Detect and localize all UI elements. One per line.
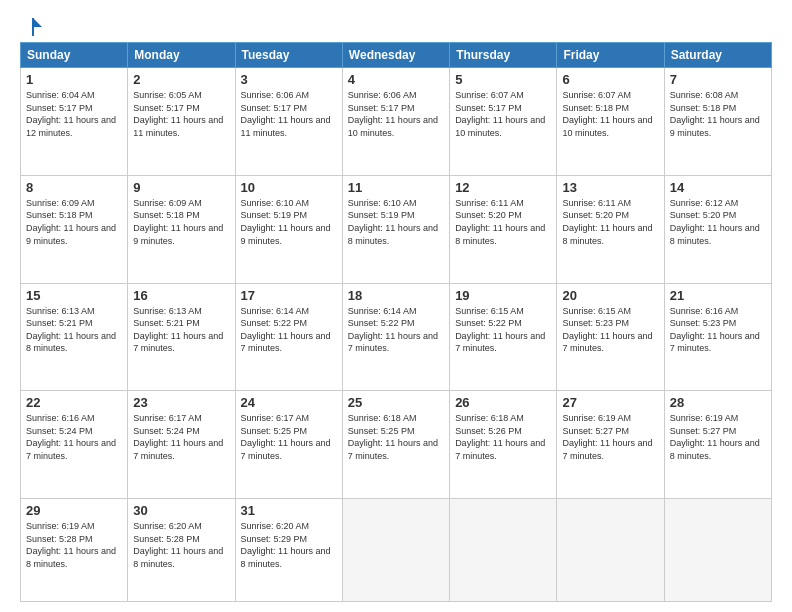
day-info: Sunrise: 6:13 AMSunset: 5:21 PMDaylight:…	[26, 306, 116, 354]
day-info: Sunrise: 6:14 AMSunset: 5:22 PMDaylight:…	[348, 306, 438, 354]
day-info: Sunrise: 6:15 AMSunset: 5:23 PMDaylight:…	[562, 306, 652, 354]
day-info: Sunrise: 6:12 AMSunset: 5:20 PMDaylight:…	[670, 198, 760, 246]
calendar-cell: 6 Sunrise: 6:07 AMSunset: 5:18 PMDayligh…	[557, 68, 664, 176]
logo	[20, 16, 44, 34]
day-info: Sunrise: 6:10 AMSunset: 5:19 PMDaylight:…	[348, 198, 438, 246]
calendar-cell: 25 Sunrise: 6:18 AMSunset: 5:25 PMDaylig…	[342, 391, 449, 499]
calendar-cell: 14 Sunrise: 6:12 AMSunset: 5:20 PMDaylig…	[664, 175, 771, 283]
day-info: Sunrise: 6:19 AMSunset: 5:27 PMDaylight:…	[562, 413, 652, 461]
calendar-cell: 21 Sunrise: 6:16 AMSunset: 5:23 PMDaylig…	[664, 283, 771, 391]
day-number: 6	[562, 72, 658, 87]
calendar-cell: 4 Sunrise: 6:06 AMSunset: 5:17 PMDayligh…	[342, 68, 449, 176]
day-info: Sunrise: 6:07 AMSunset: 5:18 PMDaylight:…	[562, 90, 652, 138]
day-number: 30	[133, 503, 229, 518]
calendar-cell: 27 Sunrise: 6:19 AMSunset: 5:27 PMDaylig…	[557, 391, 664, 499]
day-number: 20	[562, 288, 658, 303]
day-info: Sunrise: 6:06 AMSunset: 5:17 PMDaylight:…	[348, 90, 438, 138]
day-number: 13	[562, 180, 658, 195]
calendar-cell: 7 Sunrise: 6:08 AMSunset: 5:18 PMDayligh…	[664, 68, 771, 176]
calendar-cell	[664, 499, 771, 602]
calendar-cell: 8 Sunrise: 6:09 AMSunset: 5:18 PMDayligh…	[21, 175, 128, 283]
day-number: 11	[348, 180, 444, 195]
calendar-week-4: 22 Sunrise: 6:16 AMSunset: 5:24 PMDaylig…	[21, 391, 772, 499]
day-number: 2	[133, 72, 229, 87]
day-number: 22	[26, 395, 122, 410]
logo-flag-icon	[22, 16, 44, 38]
calendar-header-tuesday: Tuesday	[235, 43, 342, 68]
day-info: Sunrise: 6:17 AMSunset: 5:24 PMDaylight:…	[133, 413, 223, 461]
calendar-cell	[450, 499, 557, 602]
calendar-header-monday: Monday	[128, 43, 235, 68]
page: SundayMondayTuesdayWednesdayThursdayFrid…	[0, 0, 792, 612]
calendar-cell	[342, 499, 449, 602]
day-info: Sunrise: 6:09 AMSunset: 5:18 PMDaylight:…	[133, 198, 223, 246]
day-number: 19	[455, 288, 551, 303]
calendar-cell: 12 Sunrise: 6:11 AMSunset: 5:20 PMDaylig…	[450, 175, 557, 283]
calendar-week-1: 1 Sunrise: 6:04 AMSunset: 5:17 PMDayligh…	[21, 68, 772, 176]
day-info: Sunrise: 6:05 AMSunset: 5:17 PMDaylight:…	[133, 90, 223, 138]
day-info: Sunrise: 6:11 AMSunset: 5:20 PMDaylight:…	[455, 198, 545, 246]
day-number: 18	[348, 288, 444, 303]
day-number: 16	[133, 288, 229, 303]
day-number: 9	[133, 180, 229, 195]
day-info: Sunrise: 6:16 AMSunset: 5:23 PMDaylight:…	[670, 306, 760, 354]
calendar-cell: 2 Sunrise: 6:05 AMSunset: 5:17 PMDayligh…	[128, 68, 235, 176]
day-info: Sunrise: 6:14 AMSunset: 5:22 PMDaylight:…	[241, 306, 331, 354]
calendar-header-thursday: Thursday	[450, 43, 557, 68]
calendar-cell: 16 Sunrise: 6:13 AMSunset: 5:21 PMDaylig…	[128, 283, 235, 391]
calendar-header-wednesday: Wednesday	[342, 43, 449, 68]
day-info: Sunrise: 6:04 AMSunset: 5:17 PMDaylight:…	[26, 90, 116, 138]
calendar-cell: 31 Sunrise: 6:20 AMSunset: 5:29 PMDaylig…	[235, 499, 342, 602]
day-number: 3	[241, 72, 337, 87]
calendar-cell: 5 Sunrise: 6:07 AMSunset: 5:17 PMDayligh…	[450, 68, 557, 176]
calendar-cell: 22 Sunrise: 6:16 AMSunset: 5:24 PMDaylig…	[21, 391, 128, 499]
day-number: 7	[670, 72, 766, 87]
calendar-header-saturday: Saturday	[664, 43, 771, 68]
day-info: Sunrise: 6:11 AMSunset: 5:20 PMDaylight:…	[562, 198, 652, 246]
calendar-cell: 30 Sunrise: 6:20 AMSunset: 5:28 PMDaylig…	[128, 499, 235, 602]
day-number: 28	[670, 395, 766, 410]
day-number: 25	[348, 395, 444, 410]
day-number: 14	[670, 180, 766, 195]
day-info: Sunrise: 6:19 AMSunset: 5:27 PMDaylight:…	[670, 413, 760, 461]
day-number: 26	[455, 395, 551, 410]
calendar-cell: 1 Sunrise: 6:04 AMSunset: 5:17 PMDayligh…	[21, 68, 128, 176]
calendar-cell: 23 Sunrise: 6:17 AMSunset: 5:24 PMDaylig…	[128, 391, 235, 499]
day-info: Sunrise: 6:10 AMSunset: 5:19 PMDaylight:…	[241, 198, 331, 246]
day-number: 5	[455, 72, 551, 87]
day-number: 29	[26, 503, 122, 518]
day-info: Sunrise: 6:07 AMSunset: 5:17 PMDaylight:…	[455, 90, 545, 138]
day-number: 1	[26, 72, 122, 87]
day-number: 15	[26, 288, 122, 303]
day-number: 8	[26, 180, 122, 195]
calendar-cell: 13 Sunrise: 6:11 AMSunset: 5:20 PMDaylig…	[557, 175, 664, 283]
day-number: 31	[241, 503, 337, 518]
calendar-cell: 11 Sunrise: 6:10 AMSunset: 5:19 PMDaylig…	[342, 175, 449, 283]
day-number: 12	[455, 180, 551, 195]
day-number: 17	[241, 288, 337, 303]
day-info: Sunrise: 6:08 AMSunset: 5:18 PMDaylight:…	[670, 90, 760, 138]
calendar-cell: 20 Sunrise: 6:15 AMSunset: 5:23 PMDaylig…	[557, 283, 664, 391]
calendar-week-2: 8 Sunrise: 6:09 AMSunset: 5:18 PMDayligh…	[21, 175, 772, 283]
calendar-cell: 9 Sunrise: 6:09 AMSunset: 5:18 PMDayligh…	[128, 175, 235, 283]
day-info: Sunrise: 6:19 AMSunset: 5:28 PMDaylight:…	[26, 521, 116, 569]
calendar-cell: 26 Sunrise: 6:18 AMSunset: 5:26 PMDaylig…	[450, 391, 557, 499]
calendar-cell: 24 Sunrise: 6:17 AMSunset: 5:25 PMDaylig…	[235, 391, 342, 499]
day-info: Sunrise: 6:15 AMSunset: 5:22 PMDaylight:…	[455, 306, 545, 354]
calendar-cell	[557, 499, 664, 602]
calendar-week-5: 29 Sunrise: 6:19 AMSunset: 5:28 PMDaylig…	[21, 499, 772, 602]
day-info: Sunrise: 6:06 AMSunset: 5:17 PMDaylight:…	[241, 90, 331, 138]
day-number: 27	[562, 395, 658, 410]
calendar-cell: 19 Sunrise: 6:15 AMSunset: 5:22 PMDaylig…	[450, 283, 557, 391]
day-info: Sunrise: 6:17 AMSunset: 5:25 PMDaylight:…	[241, 413, 331, 461]
day-info: Sunrise: 6:18 AMSunset: 5:26 PMDaylight:…	[455, 413, 545, 461]
calendar-cell: 17 Sunrise: 6:14 AMSunset: 5:22 PMDaylig…	[235, 283, 342, 391]
day-number: 10	[241, 180, 337, 195]
day-number: 4	[348, 72, 444, 87]
calendar-cell: 29 Sunrise: 6:19 AMSunset: 5:28 PMDaylig…	[21, 499, 128, 602]
calendar-header-row: SundayMondayTuesdayWednesdayThursdayFrid…	[21, 43, 772, 68]
calendar-cell: 10 Sunrise: 6:10 AMSunset: 5:19 PMDaylig…	[235, 175, 342, 283]
day-number: 24	[241, 395, 337, 410]
calendar-week-3: 15 Sunrise: 6:13 AMSunset: 5:21 PMDaylig…	[21, 283, 772, 391]
day-number: 21	[670, 288, 766, 303]
